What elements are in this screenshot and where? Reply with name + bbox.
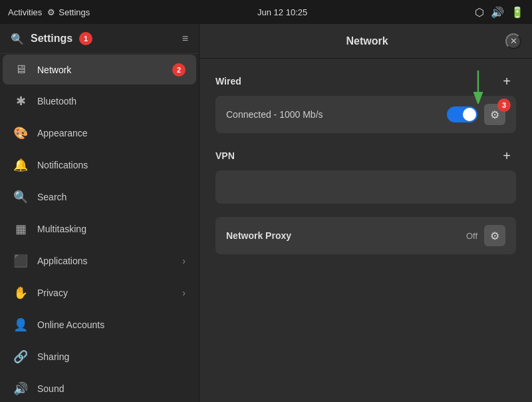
volume-icon[interactable]: 🔊 — [491, 6, 504, 19]
sidebar-item-label: Network — [37, 65, 163, 75]
content-area: Network ✕ Wired + Connected - 1000 Mb/s … — [200, 24, 532, 402]
search-icon: 🔍 — [13, 190, 28, 204]
sidebar-item-bluetooth[interactable]: ✱ Bluetooth — [3, 86, 196, 116]
sidebar-item-sound[interactable]: 🔊 Sound — [3, 373, 196, 402]
sidebar-item-online-accounts[interactable]: 👤 Online Accounts — [3, 309, 196, 340]
proxy-settings-button[interactable]: ⚙ — [484, 225, 505, 246]
sidebar-item-sharing[interactable]: 🔗 Sharing — [3, 341, 196, 372]
vpn-section-title: VPN — [215, 150, 235, 161]
sidebar-item-label: Sharing — [37, 351, 186, 362]
sidebar: 🔍 Settings 1 ≡ 🖥 Network 2 ✱ Bluetooth 🎨… — [0, 24, 200, 402]
wired-connection-label: Connected - 1000 Mb/s — [226, 109, 323, 120]
proxy-card: Network Proxy Off ⚙ — [215, 217, 516, 254]
notifications-icon: 🔔 — [13, 158, 28, 172]
wired-toggle[interactable] — [447, 106, 477, 122]
multitasking-icon: ▦ — [13, 222, 28, 236]
battery-icon: 🔋 — [511, 6, 524, 19]
vpn-add-button[interactable]: + — [497, 146, 516, 165]
annotation-badge-3: 3 — [497, 99, 511, 112]
sidebar-item-applications[interactable]: ⬛ Applications › — [3, 246, 196, 276]
vpn-section-header: VPN + — [215, 146, 516, 165]
wired-add-button[interactable]: + — [497, 72, 516, 91]
main-layout: 🔍 Settings 1 ≡ 🖥 Network 2 ✱ Bluetooth 🎨… — [0, 24, 532, 402]
sidebar-search-icon[interactable]: 🔍 — [11, 33, 24, 45]
gear-icon: ⚙ — [490, 108, 499, 121]
topbar-settings-label: Settings — [59, 7, 90, 17]
toggle-thumb — [463, 108, 476, 121]
content-body: Wired + Connected - 1000 Mb/s ⚙ 3 — [200, 59, 532, 402]
content-header: Network ✕ — [200, 24, 532, 59]
sidebar-item-label: Notifications — [37, 160, 186, 170]
network-icon: 🖥 — [13, 63, 28, 77]
sidebar-item-label: Search — [37, 192, 186, 202]
sidebar-header: 🔍 Settings 1 ≡ — [0, 24, 199, 54]
network-status-icon: ⬡ — [475, 6, 484, 19]
chevron-right-icon: › — [182, 256, 186, 266]
gear-icon: ⚙ — [47, 7, 55, 17]
sidebar-item-label: Online Accounts — [37, 319, 186, 330]
proxy-controls: Off ⚙ — [466, 225, 505, 246]
sidebar-item-label: Bluetooth — [37, 96, 186, 106]
gear-icon: ⚙ — [490, 230, 499, 242]
bluetooth-icon: ✱ — [13, 94, 28, 108]
sidebar-item-privacy[interactable]: ✋ Privacy › — [3, 278, 196, 308]
wired-section-header: Wired + — [215, 72, 516, 91]
chevron-right-icon: › — [182, 288, 186, 298]
sharing-icon: 🔗 — [13, 349, 28, 364]
activities-button[interactable]: Activities — [8, 7, 42, 17]
topbar-settings: ⚙ Settings — [47, 7, 90, 17]
sidebar-badge: 1 — [79, 32, 92, 45]
proxy-label: Network Proxy — [226, 230, 291, 241]
sidebar-item-search[interactable]: 🔍 Search — [3, 182, 196, 212]
privacy-icon: ✋ — [13, 286, 28, 300]
vpn-card — [215, 170, 516, 204]
sidebar-item-multitasking[interactable]: ▦ Multitasking — [3, 214, 196, 244]
topbar: Activities ⚙ Settings Jun 12 10:25 ⬡ 🔊 🔋 — [0, 0, 532, 24]
online-accounts-icon: 👤 — [13, 317, 28, 332]
sidebar-item-label: Applications — [37, 256, 173, 266]
content-title: Network — [229, 35, 505, 47]
sidebar-item-label: Appearance — [37, 128, 186, 138]
close-button[interactable]: ✕ — [505, 33, 521, 49]
wired-section-title: Wired — [215, 76, 241, 87]
proxy-status: Off — [466, 231, 477, 241]
sidebar-item-label: Sound — [37, 383, 186, 394]
topbar-datetime: Jun 12 10:25 — [257, 7, 307, 17]
sidebar-title: Settings — [31, 33, 72, 45]
sidebar-item-appearance[interactable]: 🎨 Appearance — [3, 118, 196, 148]
appearance-icon: 🎨 — [13, 126, 28, 140]
sidebar-network-badge: 2 — [172, 63, 186, 77]
applications-icon: ⬛ — [13, 254, 28, 268]
sidebar-item-network[interactable]: 🖥 Network 2 — [3, 55, 196, 85]
wired-controls: ⚙ 3 — [447, 104, 505, 125]
sidebar-item-label: Privacy — [37, 288, 173, 298]
sound-icon: 🔊 — [13, 381, 28, 396]
sidebar-menu-icon[interactable]: ≡ — [182, 33, 188, 45]
sidebar-item-notifications[interactable]: 🔔 Notifications — [3, 150, 196, 180]
sidebar-item-label: Multitasking — [37, 224, 186, 234]
wired-connection-card: Connected - 1000 Mb/s ⚙ 3 — [215, 96, 516, 133]
